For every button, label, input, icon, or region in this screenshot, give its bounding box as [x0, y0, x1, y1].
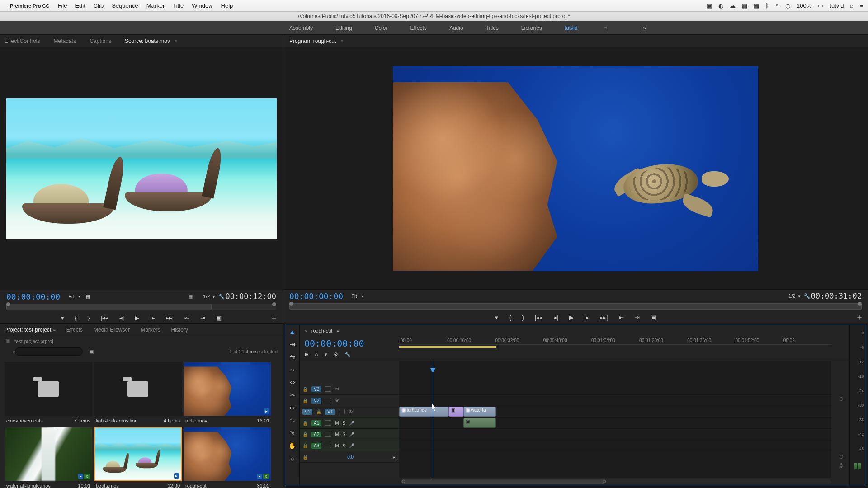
bin-icon[interactable]: ▣ [5, 338, 10, 344]
mute-icon[interactable]: M [335, 443, 339, 448]
tab-effects[interactable]: Effects [66, 327, 83, 333]
tab-history[interactable]: History [171, 327, 188, 333]
wrench-icon[interactable]: 🔧 [218, 293, 225, 300]
menu-clip[interactable]: Clip [94, 2, 104, 9]
menu-file[interactable]: File [57, 2, 67, 9]
program-scrubber[interactable] [289, 303, 862, 310]
tab-metadata[interactable]: Metadata [53, 38, 76, 44]
lock-icon[interactable]: 🔒 [302, 432, 308, 437]
track-header-v1[interactable]: V1🔒V1👁 [300, 406, 399, 418]
project-tab-menu-icon[interactable]: ≡ [53, 328, 55, 332]
grid-icon[interactable]: ▦ [754, 2, 759, 9]
menu-extra-icon[interactable]: ≡ [860, 2, 863, 9]
mark-in-icon[interactable]: { [75, 314, 77, 321]
ws-tutvid[interactable]: tutvid [565, 25, 578, 31]
timeline-transition[interactable]: ▣ [449, 407, 463, 417]
cc-icon[interactable]: ☁︎ [730, 2, 736, 9]
button-editor-icon[interactable]: ＋ [855, 312, 863, 323]
bin-item[interactable]: cine-movements7 Items [5, 362, 92, 425]
track-master[interactable]: 🔒0.0▸| [300, 451, 399, 463]
timemachine-icon[interactable]: ◷ [785, 2, 790, 9]
mute-icon[interactable]: M [335, 421, 339, 426]
track-header-a2[interactable]: 🔒A2MS🎤 [300, 429, 399, 440]
play-icon[interactable]: ▶ [135, 314, 139, 321]
linked-selection-icon[interactable]: ∩ [315, 352, 318, 357]
extract-icon[interactable]: ⇥ [635, 314, 640, 321]
program-zoom-fit[interactable]: Fit [351, 293, 357, 299]
overwrite-icon[interactable]: ⇥ [200, 314, 205, 321]
menu-help[interactable]: Help [221, 2, 233, 9]
voice-icon[interactable]: 🎤 [349, 432, 354, 437]
eye-icon[interactable]: 👁 [335, 398, 340, 403]
source-tc-in[interactable]: 00:00:00:00 [6, 292, 60, 301]
program-tc-in[interactable]: 00:00:00:00 [289, 291, 343, 301]
mark-out-icon[interactable]: } [522, 314, 524, 321]
lock-icon[interactable]: 🔒 [302, 398, 308, 403]
track-label[interactable]: A2 [311, 432, 321, 437]
spotlight-icon[interactable]: ⌕ [850, 2, 854, 9]
wrench-icon[interactable]: 🔧 [803, 292, 811, 300]
bin-item[interactable]: ▸ boats.mov12:00 [94, 427, 182, 488]
snap-icon[interactable]: ⋇ [304, 352, 308, 357]
chevron-down-icon[interactable]: ▾ [798, 293, 801, 299]
tab-program[interactable]: Program: rough-cut [289, 38, 336, 44]
step-back-icon[interactable]: ◂| [553, 314, 558, 321]
mark-in-icon[interactable]: { [509, 314, 511, 321]
app-name[interactable]: Premiere Pro CC [10, 3, 49, 9]
go-to-in-icon[interactable]: |◂◂ [535, 314, 542, 321]
step-forward-icon[interactable]: |▸ [585, 314, 589, 321]
menu-title[interactable]: Title [173, 2, 184, 9]
add-marker-icon[interactable]: ▾ [61, 314, 64, 321]
timeline-sequence-name[interactable]: rough-cut [311, 328, 332, 333]
menu-marker[interactable]: Marker [146, 2, 165, 9]
export-frame-icon[interactable]: ▣ [651, 314, 656, 321]
menu-edit[interactable]: Edit [75, 2, 85, 9]
insert-icon[interactable]: ⇤ [184, 314, 189, 321]
tab-media-browser[interactable]: Media Browser [94, 327, 130, 333]
chevron-down-icon[interactable]: ▾ [212, 294, 215, 300]
ws-titles[interactable]: Titles [486, 25, 499, 31]
program-res[interactable]: 1/2 [788, 293, 795, 299]
wrench-icon[interactable]: 🔧 [344, 352, 351, 357]
user-name[interactable]: tutvid [830, 2, 844, 9]
ws-libraries[interactable]: Libraries [521, 25, 542, 31]
source-patch[interactable]: V1 [302, 409, 312, 415]
battery-percent[interactable]: 100% [797, 2, 811, 9]
lock-icon[interactable]: 🔒 [302, 443, 308, 448]
solo-icon[interactable]: S [343, 421, 346, 426]
timeline-lanes[interactable]: ▣ turtle.mov ▣ ▣ waterfa ▣ [399, 361, 831, 478]
sync-icon[interactable]: ◐ [718, 2, 723, 9]
razor-tool-icon[interactable]: ✂ [290, 391, 295, 399]
go-to-in-icon[interactable]: |◂◂ [101, 314, 108, 321]
filter-bin-icon[interactable]: ▣ [89, 349, 94, 355]
hand-tool-icon[interactable]: ✋ [288, 442, 296, 449]
eye-icon[interactable]: 👁 [349, 409, 353, 414]
slip-tool-icon[interactable]: ↦ [290, 404, 295, 411]
solo-icon[interactable]: S [343, 432, 346, 437]
sync-lock-icon[interactable] [339, 409, 345, 414]
timeline-clip[interactable]: ▣ waterfa [463, 407, 496, 417]
settings-icon[interactable]: ▦ [85, 293, 92, 300]
lock-icon[interactable]: 🔒 [302, 421, 308, 426]
ws-audio[interactable]: Audio [449, 25, 463, 31]
lock-icon[interactable]: 🔒 [316, 409, 321, 414]
timeline-tc[interactable]: 00:00:00:00 [304, 338, 395, 349]
program-monitor[interactable] [283, 47, 868, 289]
track-header-a3[interactable]: 🔒A3MS🎤 [300, 440, 399, 451]
wifi-icon[interactable]: ⌔ [775, 2, 779, 9]
ws-overflow-icon[interactable]: » [643, 25, 646, 31]
ws-effects[interactable]: Effects [410, 25, 426, 31]
battery-icon[interactable]: ▭ [818, 2, 823, 9]
step-back-icon[interactable]: ◂| [119, 314, 124, 321]
track-label[interactable]: A3 [311, 443, 321, 449]
timeline-hscroll[interactable] [401, 479, 831, 484]
timeline-speed[interactable]: 0.0 [311, 455, 389, 460]
sync-lock-icon[interactable] [325, 420, 331, 426]
track-label[interactable]: V2 [311, 398, 321, 404]
bin-item[interactable]: ▸♫ waterfall-jungle.mov10:01 [5, 427, 92, 488]
voice-icon[interactable]: 🎤 [349, 443, 354, 448]
track-label[interactable]: V3 [311, 386, 321, 392]
ws-editing[interactable]: Editing [335, 25, 352, 31]
marker-span-icon[interactable]: ▾ [325, 352, 327, 357]
work-area-bar[interactable] [399, 346, 496, 348]
